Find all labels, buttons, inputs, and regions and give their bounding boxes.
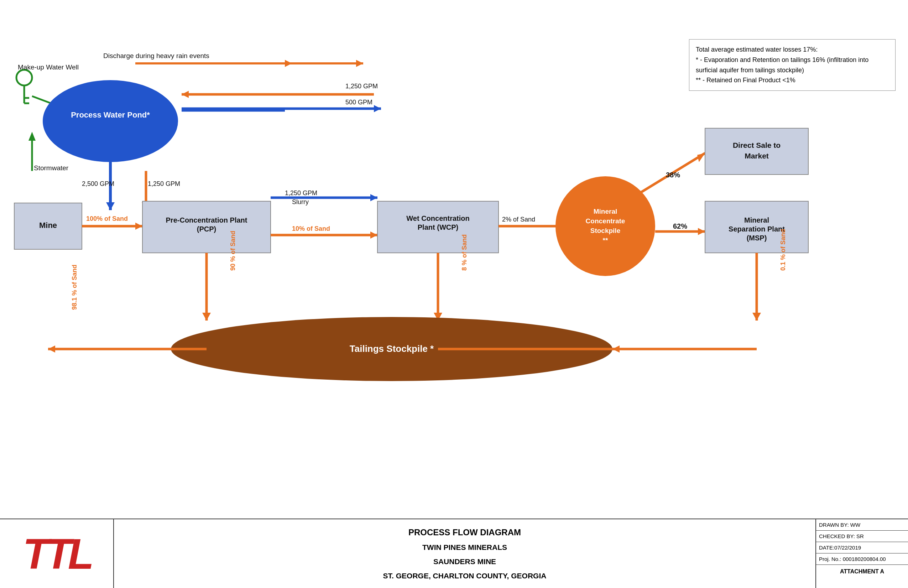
footer-checked-by: CHECKED BY: SR: [816, 531, 908, 542]
info-line1: Total average estimated water losses 17%…: [696, 45, 889, 55]
footer-drawn-by: DRAWN BY: WW: [816, 519, 908, 531]
main-container: Total average estimated water losses 17%…: [0, 0, 908, 588]
svg-text:62%: 62%: [673, 222, 687, 230]
svg-text:98.1 % of Sand: 98.1 % of Sand: [71, 264, 78, 310]
footer-proj: Proj. No.: 000180200804.00: [816, 553, 908, 565]
svg-marker-12: [356, 60, 363, 67]
svg-point-37: [555, 176, 655, 276]
svg-text:Stockpile: Stockpile: [590, 227, 620, 234]
svg-text:38%: 38%: [666, 171, 680, 179]
svg-text:Pre-Concentration Plant: Pre-Concentration Plant: [166, 216, 248, 224]
svg-text:100% of Sand: 100% of Sand: [86, 215, 128, 222]
svg-marker-10: [285, 60, 292, 67]
svg-marker-36: [559, 222, 566, 230]
svg-text:Mine: Mine: [39, 221, 57, 230]
svg-text:Direct Sale to: Direct Sale to: [733, 141, 781, 149]
svg-text:Mineral: Mineral: [744, 216, 769, 224]
svg-marker-50: [612, 345, 620, 353]
svg-text:1,250 GPM: 1,250 GPM: [148, 180, 180, 187]
svg-marker-32: [202, 313, 211, 321]
footer-logo: TTL: [0, 519, 114, 588]
svg-text:1,250 GPM: 1,250 GPM: [345, 83, 378, 90]
svg-marker-5: [55, 103, 61, 109]
svg-point-8: [43, 80, 178, 162]
svg-text:Concentrate: Concentrate: [586, 217, 625, 225]
svg-marker-26: [135, 222, 142, 230]
footer-subtitle3: ST. GEORGE, CHARLTON COUNTY, GEORGIA: [383, 569, 547, 583]
svg-marker-19: [142, 202, 150, 210]
svg-rect-42: [705, 128, 808, 174]
footer-title: PROCESS FLOW DIAGRAM: [409, 524, 521, 541]
svg-text:2% of Sand: 2% of Sand: [502, 216, 535, 223]
footer-right: DRAWN BY: WW CHECKED BY: SR DATE:07/22/2…: [815, 519, 908, 588]
svg-text:(PCP): (PCP): [197, 225, 216, 233]
svg-marker-45: [752, 313, 761, 321]
svg-marker-34: [434, 313, 442, 321]
info-line4: ** - Retained on Final Product <1%: [696, 75, 889, 85]
svg-text:500 GPM: 500 GPM: [345, 99, 372, 106]
svg-text:90 % of Sand: 90 % of Sand: [229, 231, 237, 271]
footer-attachment: ATTACHMENT A: [816, 565, 908, 578]
svg-marker-29: [370, 232, 377, 238]
svg-marker-39: [698, 228, 705, 235]
svg-point-0: [16, 70, 32, 85]
svg-text:Market: Market: [745, 152, 769, 160]
svg-text:Separation Plant: Separation Plant: [729, 225, 785, 233]
svg-text:(MSP): (MSP): [747, 234, 767, 242]
proj-label: Proj. No.: 000180200804.00: [819, 556, 886, 562]
svg-text:10% of Sand: 10% of Sand: [292, 225, 330, 232]
footer-subtitle2: SAUNDERS MINE: [433, 554, 496, 569]
svg-rect-43: [705, 201, 808, 253]
svg-text:Plant (WCP): Plant (WCP): [418, 223, 458, 231]
svg-text:0.1 % of Sand: 0.1 % of Sand: [779, 229, 787, 271]
info-box: Total average estimated water losses 17%…: [689, 39, 895, 91]
svg-text:Process Water Pond*: Process Water Pond*: [71, 110, 150, 119]
svg-marker-17: [106, 202, 115, 210]
svg-text:**: **: [603, 237, 608, 244]
date-label: DATE:07/22/2019: [819, 545, 861, 551]
svg-marker-21: [374, 105, 381, 112]
svg-marker-48: [48, 345, 55, 353]
svg-line-40: [641, 153, 705, 192]
drawn-by-label: DRAWN BY: WW: [819, 522, 860, 528]
footer-center: PROCESS FLOW DIAGRAM TWIN PINES MINERALS…: [114, 519, 815, 588]
svg-text:Discharge during heavy rain ev: Discharge during heavy rain events: [103, 52, 209, 60]
svg-text:1,250 GPM: 1,250 GPM: [285, 190, 317, 197]
attachment-label: ATTACHMENT A: [840, 569, 884, 575]
svg-point-46: [171, 317, 612, 381]
svg-text:Tailings Stockpile *: Tailings Stockpile *: [350, 343, 434, 354]
footer-date: DATE:07/22/2019: [816, 542, 908, 553]
svg-rect-24: [14, 203, 82, 249]
svg-text:2,500 GPM: 2,500 GPM: [82, 180, 114, 187]
info-line2: * - Evaporation and Retention on tailing…: [696, 55, 889, 65]
svg-rect-27: [142, 201, 270, 253]
footer: TTL PROCESS FLOW DIAGRAM TWIN PINES MINE…: [0, 519, 908, 588]
svg-marker-7: [29, 132, 35, 141]
footer-subtitle1: TWIN PINES MINERALS: [422, 540, 507, 554]
svg-marker-41: [697, 153, 705, 162]
svg-text:Make-up Water Well: Make-up Water Well: [18, 63, 79, 71]
svg-rect-30: [377, 201, 499, 253]
svg-text:Slurry: Slurry: [292, 198, 309, 206]
svg-text:Stormwater: Stormwater: [34, 164, 69, 172]
company-logo: TTL: [23, 529, 90, 578]
checked-by-label: CHECKED BY: SR: [819, 533, 864, 539]
svg-text:8 % of Sand: 8 % of Sand: [461, 234, 468, 271]
svg-marker-14: [182, 91, 189, 98]
svg-marker-23: [370, 194, 377, 201]
svg-text:Wet Concentration: Wet Concentration: [406, 214, 469, 222]
svg-line-4: [32, 96, 61, 107]
svg-text:Mineral: Mineral: [594, 208, 617, 215]
info-line3: surficial aquifer from tailings stockpil…: [696, 65, 889, 76]
